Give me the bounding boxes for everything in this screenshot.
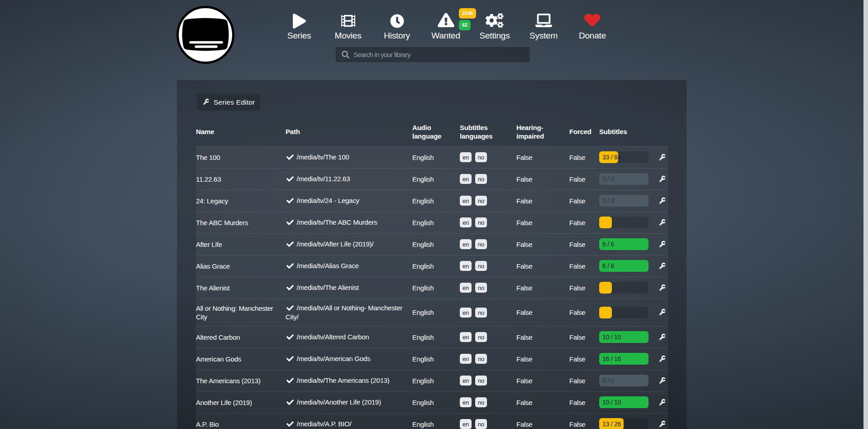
header-path[interactable]: Path <box>286 121 412 146</box>
cell-name[interactable]: American Gods <box>196 348 286 370</box>
cell-name[interactable]: All or Nothing: Manchester City <box>196 299 286 326</box>
cell-subtitles-languages: enno <box>460 348 516 370</box>
cell-path: /media/tv/A.P. BIO/ <box>286 413 412 429</box>
progress-fill <box>599 217 612 228</box>
nav-history[interactable]: History <box>372 12 421 40</box>
check-icon <box>286 355 294 364</box>
bazarr-logo[interactable] <box>176 6 234 64</box>
nav-wanted[interactable]: Wanted 2246 62 <box>421 12 470 40</box>
search-icon <box>342 51 349 58</box>
clock-icon <box>372 12 421 29</box>
nav-series[interactable]: Series <box>275 12 324 40</box>
cell-forced: False <box>569 413 599 429</box>
header-hearing-impaired[interactable]: Hearing-impaired <box>516 121 569 146</box>
row-wrench-icon[interactable] <box>653 154 663 161</box>
language-badge: no <box>475 308 487 318</box>
wrench-icon <box>202 98 210 106</box>
wanted-movies-badge: 62 <box>459 20 471 30</box>
cell-actions <box>653 370 668 391</box>
row-wrench-icon[interactable] <box>653 241 663 248</box>
cell-name[interactable]: 11.22.63 <box>196 168 286 190</box>
page-scrollbar[interactable] <box>863 0 868 429</box>
language-badge: no <box>475 332 487 342</box>
row-wrench-icon[interactable] <box>653 284 663 292</box>
table-row: 11.22.63 /media/tv/11.22.63 English enno… <box>196 168 668 190</box>
cell-subtitles <box>599 299 653 326</box>
cell-name[interactable]: The ABC Murders <box>196 212 286 233</box>
table-row: Altered Carbon /media/tv/Altered Carbon … <box>196 326 668 348</box>
top-navigation: Series Movies History Wanted 2246 62 Set… <box>275 12 617 40</box>
cell-actions <box>653 190 668 212</box>
gears-icon <box>470 12 519 29</box>
cell-name[interactable]: A.P. Bio <box>196 413 286 429</box>
cell-name[interactable]: The 100 <box>196 146 286 168</box>
header-name[interactable]: Name <box>196 121 286 146</box>
cell-actions <box>653 168 668 190</box>
cell-subtitles: 10 / 10 <box>599 326 653 348</box>
row-wrench-icon[interactable] <box>653 308 663 316</box>
row-wrench-icon[interactable] <box>653 377 663 385</box>
cell-actions <box>653 326 668 348</box>
cell-name[interactable]: The Alienist <box>196 277 286 299</box>
row-wrench-icon[interactable] <box>653 262 663 270</box>
header-forced[interactable]: Forced <box>569 121 599 146</box>
cell-actions <box>653 255 668 277</box>
language-badge: en <box>460 308 472 318</box>
cell-audio-language: English <box>412 146 460 168</box>
cell-forced: False <box>569 146 599 168</box>
cell-path: /media/tv/24 - Legacy <box>286 190 412 212</box>
nav-system[interactable]: System <box>519 12 568 40</box>
cell-subtitles-languages: enno <box>460 255 516 277</box>
language-badge: en <box>460 239 472 249</box>
subtitles-progress-bar <box>599 217 649 228</box>
subtitles-progress-bar: 6 / 6 <box>599 238 649 250</box>
cell-forced: False <box>569 168 599 190</box>
cell-hearing-impaired: False <box>516 146 569 168</box>
cell-path: /media/tv/After Life (2019)/ <box>286 233 412 255</box>
heart-icon <box>568 12 617 29</box>
subtitles-progress-bar <box>599 282 649 294</box>
nav-history-label: History <box>372 31 421 40</box>
cell-subtitles-languages: enno <box>460 299 516 326</box>
search-input[interactable] <box>353 51 521 58</box>
row-wrench-icon[interactable] <box>653 420 663 428</box>
nav-donate[interactable]: Donate <box>568 12 617 40</box>
cell-audio-language: English <box>412 233 460 255</box>
progress-label: 10 / 10 <box>602 396 621 408</box>
row-wrench-icon[interactable] <box>653 355 663 363</box>
language-badge: no <box>475 152 487 162</box>
row-wrench-icon[interactable] <box>653 333 663 341</box>
progress-label: 16 / 16 <box>602 353 621 365</box>
subtitles-progress-bar: 0 / 0 <box>599 375 649 386</box>
cell-name[interactable]: Alias Grace <box>196 255 286 277</box>
language-badge: en <box>460 283 472 293</box>
header-subtitles[interactable]: Subtitles <box>599 121 653 146</box>
library-search <box>336 47 529 62</box>
cell-actions <box>653 277 668 299</box>
row-wrench-icon[interactable] <box>653 399 663 406</box>
progress-label: 6 / 6 <box>602 260 614 272</box>
row-wrench-icon[interactable] <box>653 175 663 183</box>
cell-name[interactable]: 24: Legacy <box>196 190 286 212</box>
progress-label: 6 / 6 <box>602 238 614 250</box>
cell-forced: False <box>569 348 599 370</box>
nav-settings[interactable]: Settings <box>470 12 519 40</box>
cell-audio-language: English <box>412 168 460 190</box>
check-icon <box>286 377 294 386</box>
cell-forced: False <box>569 370 599 391</box>
cell-forced: False <box>569 299 599 326</box>
series-editor-button[interactable]: Series Editor <box>197 94 260 111</box>
cell-name[interactable]: The Americans (2013) <box>196 370 286 391</box>
header-subtitles-languages[interactable]: Subtitles languages <box>460 121 516 146</box>
row-wrench-icon[interactable] <box>653 219 663 227</box>
header-audio-language[interactable]: Audio language <box>412 121 460 146</box>
film-icon <box>324 12 372 29</box>
cell-name[interactable]: After Life <box>196 233 286 255</box>
cell-name[interactable]: Altered Carbon <box>196 326 286 348</box>
cell-forced: False <box>569 212 599 233</box>
nav-movies[interactable]: Movies <box>324 12 372 40</box>
cell-name[interactable]: Another Life (2019) <box>196 391 286 413</box>
row-wrench-icon[interactable] <box>653 197 663 205</box>
cell-subtitles-languages: enno <box>460 168 516 190</box>
cell-path: /media/tv/Altered Carbon <box>286 326 412 348</box>
